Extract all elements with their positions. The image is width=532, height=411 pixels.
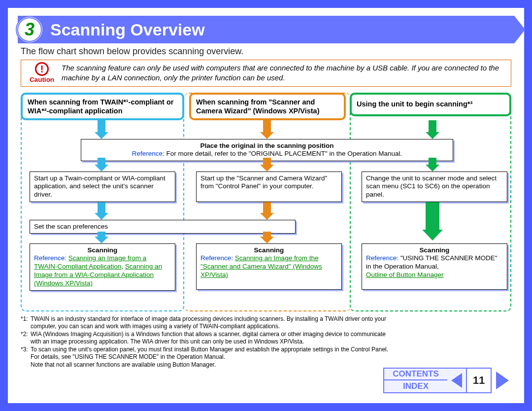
link-button-manager[interactable]: Outline of Button Manager <box>366 271 444 278</box>
footnote-note: Note that not all scanner functions are … <box>31 361 216 369</box>
footnote-tag <box>21 361 31 369</box>
arrow-down-icon <box>426 120 439 139</box>
arrow-down-icon <box>95 232 108 243</box>
bottom-nav: CONTENTS INDEX 11 <box>383 368 513 393</box>
reference-label: Reference: <box>366 254 399 262</box>
scan-title: Scanning <box>34 246 171 255</box>
step-scan-unit: Scanning Reference: "USING THE SCANNER M… <box>362 243 507 290</box>
exclamation-icon: ! <box>35 62 49 76</box>
footnote-tag: *2: <box>21 331 31 346</box>
footnote-tag: *3: <box>21 346 31 361</box>
triangle-right-icon <box>496 372 509 389</box>
flowchart-area: When scanning from TWAIN*¹-compliant or … <box>21 93 511 311</box>
arrow-down-icon <box>426 158 439 171</box>
caution-icon: ! Caution <box>24 62 60 83</box>
step-set-preferences: Set the scan preferences <box>30 220 296 234</box>
chapter-title: Scanning Overview <box>50 20 205 39</box>
page-number: 11 <box>466 368 492 393</box>
step-start-twain: Start up a Twain-compliant or WIA-compli… <box>30 171 175 203</box>
step-scan-wizard: Scanning Reference: Scanning an Image fr… <box>196 243 342 290</box>
reference-label: Reference: <box>200 254 233 262</box>
arrow-down-icon <box>95 120 108 139</box>
step-scanner-mode: Change the unit to scanner mode and sele… <box>362 171 507 203</box>
arrow-down-icon <box>260 202 274 220</box>
reference-text: For more detail, refer to the "ORIGINAL … <box>165 150 402 157</box>
footnote-2: WIA (Windows Imaging Acquisition) is a W… <box>31 331 395 346</box>
caution-label: Caution <box>24 76 60 83</box>
column-twain-heading: When scanning from TWAIN*¹-compliant or … <box>21 93 184 120</box>
arrow-down-icon <box>95 202 108 220</box>
step-scan-twain: Scanning Reference: Scanning an Image fr… <box>30 243 175 291</box>
reference-label: Reference: <box>132 150 165 157</box>
footnote-tag: *1: <box>21 315 31 331</box>
caution-text: The scanning feature can only be used wi… <box>60 62 508 84</box>
arrow-down-icon <box>260 158 274 171</box>
footnote-3: To scan using the unit's operation panel… <box>31 346 395 361</box>
arrow-down-icon <box>95 158 108 171</box>
chapter-title-bar: 3 Scanning Overview <box>18 16 514 43</box>
footnote-1: TWAIN is an industry standard for interf… <box>31 315 395 331</box>
nav-index-button[interactable]: INDEX <box>384 380 447 392</box>
svg-marker-1 <box>496 372 509 389</box>
nav-next-button[interactable] <box>492 368 513 393</box>
column-unit-heading: Using the unit to begin scanning*³ <box>350 93 511 116</box>
separator: , <box>121 263 125 270</box>
caution-box: ! Caution The scanning feature can only … <box>21 60 511 87</box>
arrow-down-icon <box>260 120 274 139</box>
triangle-left-icon <box>451 373 462 388</box>
arrow-down-large-icon <box>422 202 443 240</box>
nav-prev-button[interactable] <box>447 368 466 393</box>
step-start-wizard: Start up the "Scanner and Camera Wizard"… <box>196 171 342 202</box>
scan-title: Scanning <box>366 246 503 255</box>
page: 3 Scanning Overview The flow chart shown… <box>8 8 524 403</box>
nav-contents-index: CONTENTS INDEX <box>383 368 447 393</box>
footnotes: *1:TWAIN is an industry standard for int… <box>21 315 395 369</box>
svg-marker-0 <box>451 373 462 388</box>
step-placement-title: Place the original in the scanning posit… <box>85 142 449 150</box>
nav-contents-button[interactable]: CONTENTS <box>384 369 447 380</box>
chapter-number-badge: 3 <box>16 16 43 43</box>
intro-text: The flow chart shown below provides scan… <box>21 46 511 57</box>
arrow-down-icon <box>260 232 274 243</box>
scan-title: Scanning <box>200 246 337 255</box>
column-wizard-heading: When scanning from "Scanner and Camera W… <box>189 93 346 120</box>
reference-label: Reference: <box>34 254 66 262</box>
